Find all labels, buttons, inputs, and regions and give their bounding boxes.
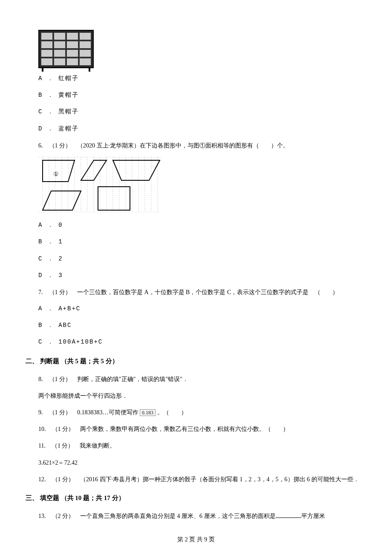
q12-stem: 12. （1 分） （2016 四下·寿县月考）掷一种正方体的骰子（各面分别写着… <box>38 474 366 485</box>
q8-line2: 两个梯形能拼成一个平行四边形． <box>38 390 366 401</box>
q6-option-b: B ． 1 <box>38 237 366 247</box>
q7-stem: 7. （1 分） 一个三位数，百位数字是 A，十位数字是 B，个位数字是 C，表… <box>38 287 366 298</box>
q9-suffix: 。（ ） <box>156 409 187 416</box>
q9-prefix: 9. （1 分） 0.1838383…可简便写作 <box>38 409 140 416</box>
q11-line1: 11. （1 分） 我来做判断。 <box>38 440 366 451</box>
q5-image-shelf <box>38 30 366 68</box>
q6-shapes-figure: ① <box>38 157 366 216</box>
q11-line2: 3.621×2＝72.42 <box>38 457 366 468</box>
q6-option-c: C ． 2 <box>38 254 366 264</box>
q6-stem: 6. （1 分） （2020 五上·龙华期末）在下边各图形中，与图①面积相等的图… <box>38 140 366 151</box>
q6-option-a: A ． 0 <box>38 220 366 231</box>
q13-blank[interactable] <box>276 512 301 518</box>
q7-option-c: C ． 100A+10B+C <box>38 337 366 347</box>
q13-suffix: 平方厘米 <box>301 513 325 519</box>
page-footer: 第 2 页 共 9 页 <box>26 534 366 545</box>
q13-stem: 13. （2 分） 一个直角三角形的两条直角边分别是 4 厘米、6 厘米，这个三… <box>38 511 366 521</box>
q6-option-d: D ． 3 <box>38 270 366 281</box>
q10-stem: 10. （1 分） 两个乘数，乘数甲有两位小数，乘数乙有三位小数，积就有六位小数… <box>38 424 366 434</box>
section-3-title: 三、 填空题 （共 10 题；共 17 分） <box>26 492 366 504</box>
q6-shape-label: ① <box>53 171 59 177</box>
q7-option-b: B ． ABC <box>38 320 366 331</box>
q5-option-c: C ． 黑帽子 <box>38 107 366 117</box>
q5-option-b: B ． 黄帽子 <box>38 90 366 101</box>
q9-boxed-number: 0.183 <box>140 409 156 416</box>
q13-prefix: 13. （2 分） 一个直角三角形的两条直角边分别是 4 厘米、6 厘米，这个三… <box>38 513 276 519</box>
q8-line1: 8. （1 分） 判断，正确的填"正确"，错误的填"错误"． <box>38 374 366 384</box>
q5-option-a: A ． 红帽子 <box>38 73 366 84</box>
q9-stem: 9. （1 分） 0.1838383…可简便写作 0.183 。（ ） <box>38 407 366 418</box>
section-2-title: 二、 判断题 （共 5 题；共 5 分） <box>26 356 366 367</box>
q7-option-a: A ． A+B+C <box>38 304 366 314</box>
q5-option-d: D ． 蓝帽子 <box>38 124 366 134</box>
